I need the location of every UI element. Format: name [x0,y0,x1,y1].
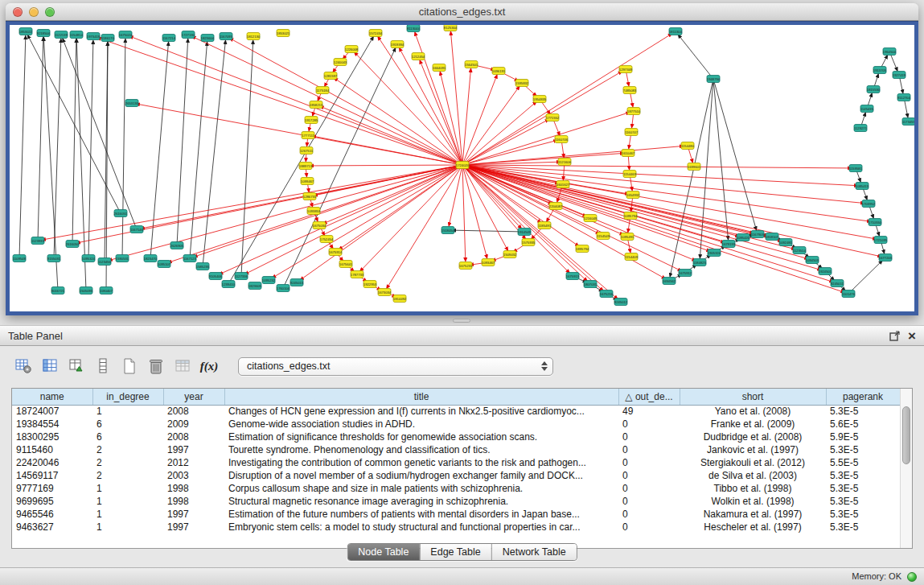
graph-node[interactable]: 1509432 [503,251,517,258]
graph-node[interactable]: 1505093 [80,287,93,295]
graph-node[interactable]: 1154409 [625,253,639,261]
graph-node[interactable]: 1154549 [597,233,610,240]
graph-node[interactable]: 1590531 [116,255,129,262]
graph-node[interactable]: 8125304 [444,25,458,31]
graph-node[interactable]: 2626905 [170,242,184,249]
graph-node[interactable]: 9218504 [37,30,51,37]
graph-node[interactable]: 1610467 [622,150,635,157]
graph-node[interactable]: 8113044 [407,25,421,32]
graph-node[interactable]: 1518454 [441,227,455,234]
graph-node[interactable]: 1727190 [182,31,195,39]
graph-node[interactable]: 1905324 [708,249,721,257]
graph-node[interactable]: 1601627 [556,181,570,188]
table-row[interactable]: 1830029562008Estimation of significance … [12,431,900,443]
table-row[interactable]: 969969511998Structural magnetic resonanc… [12,495,900,508]
graph-node[interactable]: 1675641 [339,261,353,268]
graph-node[interactable]: 1679193 [722,241,736,248]
window-titlebar[interactable]: citations_edges.txt [6,3,918,21]
graph-node[interactable]: 1145435 [860,105,874,113]
graph-node[interactable]: 1167905 [751,231,765,238]
graph-node[interactable]: 1095794 [624,212,638,220]
graph-node[interactable]: 1185491 [538,222,552,229]
graph-node[interactable]: 1948794 [707,76,721,83]
graph-node[interactable]: 1815530 [867,86,881,93]
panel-divider[interactable] [0,315,924,325]
graph-node[interactable]: 1675231 [459,262,473,270]
close-panel-icon[interactable]: × [908,330,916,342]
delete-column-icon[interactable] [146,356,166,377]
graph-node[interactable]: 7485083 [623,87,637,94]
table-scrollbar-thumb[interactable] [902,406,910,464]
graph-node[interactable]: 1240043 [334,59,347,66]
graph-node[interactable]: 1121606 [558,159,572,166]
graph-node[interactable]: 1575935 [522,239,536,246]
graph-node[interactable]: 1675913 [566,273,580,280]
column-header[interactable]: pagerank [826,389,900,405]
graph-node[interactable]: 1818107 [766,233,779,241]
graph-node[interactable]: 1677203 [879,254,893,262]
minimize-window-icon[interactable] [29,7,39,17]
table-row[interactable]: 1456911722003Disruption of a novel membe… [12,469,900,482]
graph-node[interactable]: 1654932 [626,192,640,199]
graph-node[interactable]: 2653130 [125,100,139,107]
column-header[interactable]: △ out_de... [618,389,680,405]
tab-edge-table[interactable]: Edge Table [419,544,491,560]
graph-node[interactable]: 1212454 [412,53,425,60]
memory-status-icon[interactable] [907,572,917,582]
tab-node-table[interactable]: Node Table [347,544,419,560]
graph-node[interactable]: 9155031 [47,255,61,262]
graph-node[interactable]: 1927419 [893,72,906,79]
graph-node[interactable]: 1664091 [433,64,446,72]
graph-node[interactable]: 9105406 [209,273,223,280]
graph-node[interactable]: 1154469 [623,171,637,178]
edit-table-icon[interactable] [66,356,87,377]
graph-node[interactable]: 1173455 [902,118,914,126]
column-header[interactable]: short [680,389,826,405]
graph-node[interactable]: 1811304 [669,28,683,35]
graph-node[interactable]: 1167214 [162,35,176,42]
graph-node[interactable]: 1724020 [456,162,470,169]
graph-node[interactable]: 1093853 [307,208,321,215]
graph-node[interactable]: 1814492 [393,295,407,303]
graph-node[interactable]: 1286731 [303,193,317,200]
column-header[interactable]: in_degree [92,389,163,405]
float-panel-icon[interactable] [889,331,900,341]
graph-node[interactable]: 1167095 [220,33,233,40]
graph-node[interactable]: 1160746 [555,136,569,143]
graph-node[interactable]: 1154814 [70,31,84,39]
network-canvas[interactable]: 1724020122600812400431281597117518418582… [10,25,914,311]
graph-node[interactable]: 1858213 [310,101,323,109]
network-graph[interactable]: 1724020122600812400431281597117518418582… [10,25,914,311]
graph-node[interactable]: 1917285 [305,117,318,124]
graph-node[interactable]: 1922953 [363,281,377,288]
graph-node[interactable]: 1160747 [625,129,639,136]
graph-node[interactable]: 1095232 [262,277,276,284]
graph-node[interactable]: 1123514 [793,247,807,254]
graph-node[interactable]: 1095107 [158,261,171,268]
graph-node[interactable]: 1175184 [316,87,330,94]
graph-node[interactable]: 1703952 [862,200,876,208]
graph-node[interactable]: 1675024 [119,31,133,39]
graph-node[interactable]: 1877510 [627,108,641,115]
graph-node[interactable]: 1167146 [130,226,144,233]
graph-node[interactable]: 1853021 [277,30,290,37]
graph-node[interactable]: 1267511 [300,147,314,154]
graph-node[interactable]: 1973419 [87,33,101,40]
column-header[interactable]: name [12,389,92,405]
table-row[interactable]: 911546021997Tourette syndrome. Phenomeno… [12,443,900,456]
graph-node[interactable]: 1186170 [101,35,115,42]
graph-node[interactable]: 9245013 [290,279,304,286]
graph-node[interactable]: 1694562 [663,278,676,285]
graph-node[interactable]: 1889713 [299,163,313,170]
graph-node[interactable]: 1585235 [196,263,210,270]
graph-node[interactable]: 1710550 [869,219,882,226]
graph-node[interactable]: 1699601 [688,163,701,171]
graph-node[interactable]: 1099467 [301,178,314,185]
graph-node[interactable]: 1812130 [247,33,261,40]
table-row[interactable]: 946554611997Estimation of the future num… [12,508,900,521]
graph-node[interactable]: 1675216 [600,290,614,298]
graph-node[interactable]: 1675034 [313,222,326,229]
table-row[interactable]: 1938455462009Genome-wide association stu… [12,418,900,431]
graph-node[interactable]: 1696191 [492,68,506,75]
graph-node[interactable]: 1823470 [144,255,158,262]
